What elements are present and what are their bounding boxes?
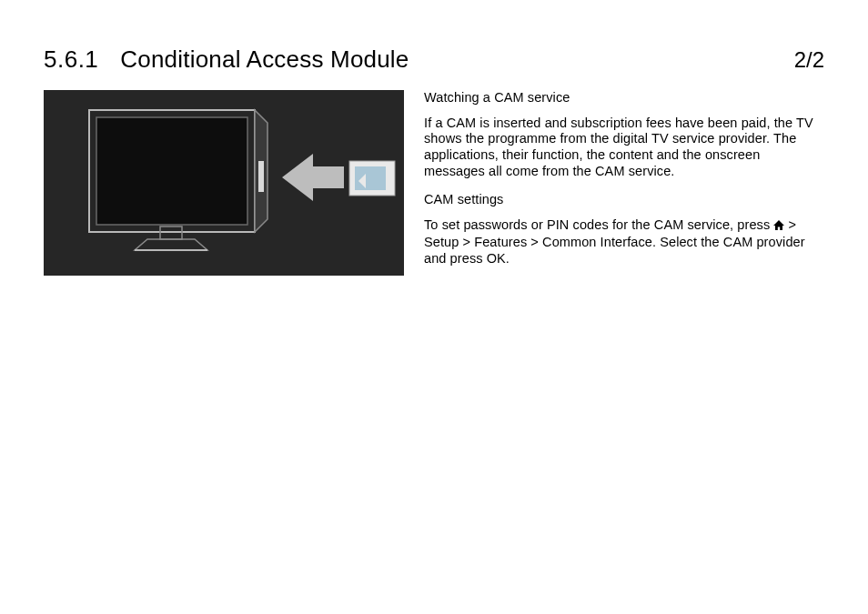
subheading-settings: CAM settings	[424, 192, 824, 208]
svg-rect-10	[355, 166, 386, 190]
subheading-watching: Watching a CAM service	[424, 90, 824, 106]
page-header: 5.6.1 Conditional Access Module 2/2	[44, 45, 824, 74]
header-left: 5.6.1 Conditional Access Module	[44, 45, 409, 74]
cam-insertion-illustration	[44, 90, 404, 276]
document-page: 5.6.1 Conditional Access Module 2/2	[0, 0, 868, 614]
para2-pre: To set passwords or PIN codes for the CA…	[424, 217, 773, 232]
svg-marker-12	[773, 220, 784, 230]
svg-rect-4	[258, 161, 264, 192]
text-column: Watching a CAM service If a CAM is inser…	[424, 90, 824, 279]
cam-card-icon	[349, 161, 395, 196]
section-number: 5.6.1	[44, 45, 98, 74]
paragraph-watching: If a CAM is inserted and subscription fe…	[424, 116, 824, 180]
page-title: Conditional Access Module	[120, 45, 409, 74]
page-counter: 2/2	[794, 47, 824, 73]
content-row: Watching a CAM service If a CAM is inser…	[44, 90, 824, 279]
paragraph-settings: To set passwords or PIN codes for the CA…	[424, 217, 824, 267]
home-icon	[773, 218, 784, 235]
svg-rect-2	[96, 117, 247, 225]
